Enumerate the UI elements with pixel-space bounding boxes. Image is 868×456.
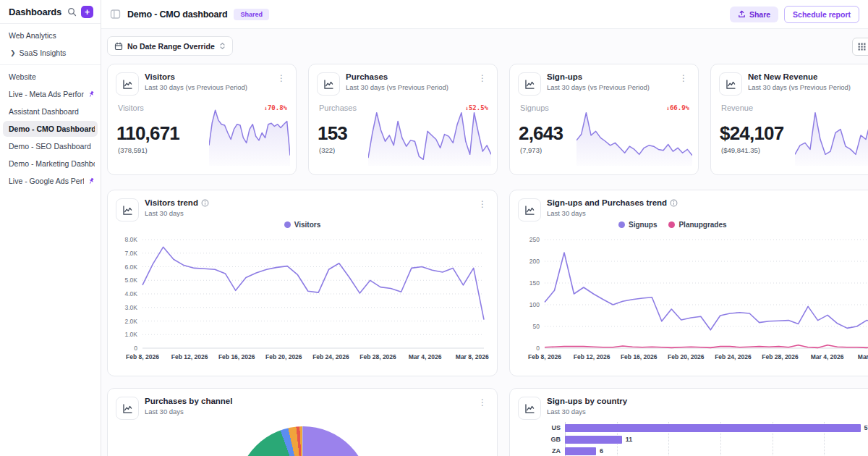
sidebar-item-demo-seo-dashboard[interactable]: Demo - SEO Dashboard: [0, 138, 101, 155]
info-icon[interactable]: [670, 199, 678, 207]
kpi-previous-value: (378,591): [118, 146, 148, 154]
chart-subtitle: Last 30 days: [547, 408, 627, 415]
kpi-subtitle: Last 30 days (vs Previous Period): [346, 83, 448, 91]
shared-badge: Shared: [234, 9, 269, 20]
sparkline-chart: [576, 106, 692, 166]
bar[interactable]: [565, 424, 861, 432]
purchases-by-channel-pie[interactable]: [237, 426, 370, 456]
legend-label: Planupgrades: [678, 221, 726, 229]
x-axis-tick: Feb 16, 2026: [613, 353, 664, 360]
y-axis-tick: 6.0K: [115, 263, 137, 271]
sidebar-item-demo-cmo-dashboard[interactable]: Demo - CMO Dashboard: [3, 121, 98, 137]
sidebar-item-saas-insights[interactable]: ❯ SaaS Insights: [0, 44, 101, 62]
x-axis-tick: Feb 12, 2026: [164, 353, 215, 360]
y-axis-tick: 250: [517, 236, 540, 243]
select-chevrons-icon: [219, 42, 226, 50]
y-axis-tick: 150: [517, 279, 540, 287]
kebab-menu-icon[interactable]: ⋮: [274, 72, 289, 84]
chart-card-signups-purchases-trend: Sign-ups and Purchases trend Last 30 day…: [509, 190, 868, 376]
kpi-title: Net New Revenue: [748, 72, 851, 81]
kpi-card-net-new-revenue: Net New Revenue Last 30 days (vs Previou…: [710, 64, 868, 175]
add-dashboard-button[interactable]: +: [81, 6, 93, 18]
line-chart-icon: [518, 72, 541, 96]
line-chart-icon: [116, 72, 139, 96]
chart-title: Sign-ups by country: [547, 397, 627, 405]
header-actions: Share Schedule report: [730, 6, 859, 23]
search-icon[interactable]: [67, 7, 77, 17]
chart-subtitle: Last 30 days: [145, 209, 209, 217]
sparkline-chart: [368, 106, 491, 166]
legend-dot: [618, 221, 625, 228]
legend-dot: [284, 221, 291, 228]
y-axis-tick: 7.0K: [115, 250, 137, 257]
chevron-right-icon: ❯: [10, 49, 16, 56]
line-chart-icon: [518, 397, 541, 420]
pin-icon: [86, 176, 96, 186]
kpi-subtitle: Last 30 days (vs Previous Period): [748, 83, 851, 91]
kpi-metric-label: Revenue: [721, 104, 753, 112]
share-button[interactable]: Share: [730, 7, 778, 22]
sidebar-item-assistant-dashboard[interactable]: Assistant Dashboard: [0, 103, 101, 120]
kebab-menu-icon[interactable]: ⋮: [475, 397, 490, 408]
y-axis-tick: 1.0K: [115, 331, 137, 338]
bar-category-label: US: [520, 424, 561, 431]
info-icon[interactable]: [201, 199, 209, 207]
kebab-menu-icon[interactable]: ⋮: [475, 72, 490, 84]
calendar-icon: [114, 42, 123, 51]
sidebar-group-analytics: Web Analytics ❯ SaaS Insights: [0, 24, 101, 64]
kebab-menu-icon[interactable]: ⋮: [676, 72, 691, 84]
sidebar-item-web-analytics[interactable]: Web Analytics: [0, 27, 101, 44]
kebab-menu-icon[interactable]: ⋮: [475, 198, 490, 210]
sidebar-title: Dashboards: [9, 7, 63, 17]
bar-row: GB11: [520, 434, 868, 445]
chart-subtitle: Last 30 days: [145, 408, 232, 415]
kpi-title: Purchases: [346, 72, 448, 81]
schedule-report-button[interactable]: Schedule report: [784, 6, 859, 23]
edit-button[interactable]: E: [852, 38, 868, 56]
bar-row: ZA6: [520, 445, 868, 456]
sidebar-toggle-icon[interactable]: [110, 9, 121, 20]
bar[interactable]: [565, 447, 596, 455]
sidebar-item-live-google-ads[interactable]: Live - Google Ads Perfor...: [0, 172, 101, 190]
kpi-previous-value: (7,973): [520, 146, 542, 154]
pin-icon: [86, 89, 96, 99]
kpi-value: 153: [318, 122, 347, 145]
bar-rows: US57GB11ZA6: [520, 422, 868, 456]
y-axis-tick: 3.0K: [115, 304, 137, 311]
y-axis-tick: 0: [115, 345, 137, 352]
line-chart-icon: [116, 397, 139, 420]
x-axis-tick: Feb 8, 2026: [117, 353, 168, 360]
chart-legend: Signups Planupgrades: [510, 221, 868, 229]
sidebar-header: Dashboards +: [0, 0, 101, 23]
sidebar-group-dashboards: Website Live - Meta Ads Performa... Assi…: [0, 65, 101, 193]
sidebar-item-website[interactable]: Website: [0, 68, 101, 85]
bar[interactable]: [565, 436, 622, 444]
kpi-card-visitors: Visitors Last 30 days (vs Previous Perio…: [107, 64, 297, 175]
sparkline-chart: [795, 106, 868, 166]
kpi-card-signups: Sign-ups Last 30 days (vs Previous Perio…: [509, 64, 699, 175]
kpi-previous-value: (322): [319, 146, 335, 154]
sidebar-item-demo-marketing-dashboard[interactable]: Demo - Marketing Dashboard: [0, 155, 101, 172]
x-axis-tick: Mar 4, 2026: [802, 353, 853, 360]
sidebar-item-live-meta-ads[interactable]: Live - Meta Ads Performa...: [0, 85, 101, 103]
y-axis-tick: 5.0K: [115, 276, 137, 284]
line-chart-icon: [116, 198, 139, 221]
x-axis-tick: Feb 28, 2026: [755, 353, 806, 360]
legend-dot: [668, 221, 675, 228]
signups-purchases-trend-plot[interactable]: 250200150100500Feb 8, 2026Feb 12, 2026Fe…: [517, 234, 868, 373]
x-axis-tick: Feb 24, 2026: [707, 353, 758, 360]
date-range-override-select[interactable]: No Date Range Override: [107, 36, 233, 56]
y-axis-tick: 100: [517, 301, 540, 308]
bar-value-label: 6: [600, 447, 603, 455]
signups-by-country-plot: US57GB11ZA6: [520, 422, 868, 456]
line-chart-icon: [719, 72, 742, 96]
bar-category-label: GB: [520, 436, 561, 443]
top-bar: Demo - CMO dashboard Shared Share Schedu…: [101, 0, 868, 29]
kpi-title: Visitors: [145, 72, 247, 81]
kpi-subtitle: Last 30 days (vs Previous Period): [547, 83, 650, 91]
kpi-subtitle: Last 30 days (vs Previous Period): [145, 83, 247, 91]
visitors-trend-plot[interactable]: 8.0K7.0K6.0K5.0K4.0K3.0K2.0K1.0K0Feb 8, …: [115, 234, 490, 373]
chart-title: Purchases by channel: [145, 397, 232, 405]
bar-category-label: ZA: [520, 447, 561, 455]
sparkline-chart: [209, 106, 290, 166]
